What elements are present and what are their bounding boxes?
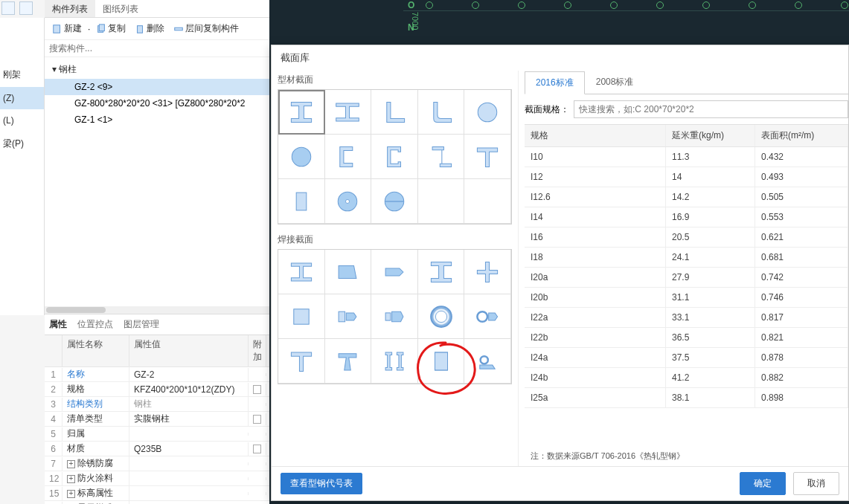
tab-properties[interactable]: 属性 [49,318,67,331]
spec-row[interactable]: I24a37.50.878 [525,348,848,368]
spec-row[interactable]: I22b36.50.821 [525,328,848,348]
spec-search-input[interactable] [574,100,848,118]
left-nav-z[interactable]: (Z) [0,87,44,109]
shape-i-beam[interactable] [278,90,325,135]
shape-z[interactable] [418,135,465,179]
cad-tick [426,1,433,9]
shape-tee[interactable] [464,135,511,179]
shape-hemisphere[interactable] [371,179,418,224]
tab-drawing-list[interactable]: 图纸列表 [95,0,146,17]
spec-row[interactable]: I1824.10.681 [525,248,848,268]
shape-cross[interactable] [464,250,511,294]
shape-ring-taper[interactable] [464,294,511,339]
shape-double-i[interactable] [371,339,418,384]
shape-rect-tube[interactable] [278,179,325,224]
checkbox[interactable] [253,415,261,424]
tab-component-list[interactable]: 构件列表 [45,0,95,17]
component-search-input[interactable] [45,40,269,57]
property-row[interactable]: 4清单类型实腹钢柱 [45,412,269,427]
cad-tick [656,1,664,9]
ok-button[interactable]: 确定 [740,472,786,495]
spec-row[interactable]: I20b31.10.746 [525,288,848,308]
cad-tick [795,1,802,9]
delete-button[interactable]: 删除 [132,21,167,36]
welded-section-grid [278,249,512,384]
shape-angle-round[interactable] [418,90,465,135]
spec-row[interactable]: I12.614.20.505 [525,187,848,207]
tab-standard-2016[interactable]: 2016标准 [525,71,585,94]
property-row[interactable]: 2规格KFZ400*200*10*12(ZDY) [45,382,269,397]
spec-row[interactable]: I1620.50.621 [525,227,848,248]
svg-rect-3 [138,25,143,33]
spec-row[interactable]: I20a27.90.742 [525,268,848,288]
spec-row[interactable]: I25a38.10.898 [525,388,848,408]
property-row[interactable]: 6材质Q235B [45,442,269,456]
spec-row[interactable]: I1416.90.553 [525,207,848,227]
spec-row[interactable]: I22a33.10.817 [525,308,848,328]
app-icon-1[interactable] [1,1,15,15]
checkbox[interactable] [253,385,261,394]
left-nav-l[interactable]: (L) [0,109,44,132]
checkbox[interactable] [253,445,261,453]
tab-position[interactable]: 位置控点 [77,318,113,331]
property-row[interactable]: 18+显示样式 [45,501,269,504]
profile-section-label: 型材截面 [278,71,512,89]
shape-welded-h[interactable] [418,250,465,294]
view-code-table-button[interactable]: 查看型钢代号表 [281,473,362,494]
shape-welded-i[interactable] [278,250,325,294]
shape-box[interactable] [278,294,325,339]
property-row[interactable]: 1名称GZ-2 [45,367,269,382]
property-row[interactable]: 5归属 [45,427,269,442]
new-icon [52,24,63,34]
left-nav-beam[interactable]: 梁(P) [0,132,44,156]
svg-rect-12 [294,308,309,323]
left-nav-frame[interactable]: 刚架 [0,62,44,87]
tree-hscrollbar[interactable] [45,306,269,314]
shape-trapezoid[interactable] [325,250,372,294]
tab-layer-manage[interactable]: 图层管理 [124,318,159,331]
tree-root-steel-column[interactable]: ▾ 钢柱 [45,60,269,79]
shape-h-wide[interactable] [325,90,372,135]
shape-pipe[interactable] [464,90,511,135]
shape-ring[interactable] [418,294,465,339]
property-row[interactable]: 12+防火涂料 [45,471,269,486]
app-icon-2[interactable] [19,1,33,15]
copy-icon [96,24,106,34]
property-row[interactable]: 3结构类别钢柱 [45,397,269,412]
property-row[interactable]: 15+标高属性 [45,486,269,501]
property-row[interactable]: 7+除锈防腐 [45,456,269,471]
shape-tee-taper[interactable] [325,339,372,384]
spec-row[interactable]: I24b41.20.882 [525,368,848,388]
tree-item[interactable]: GZ-1 <1> [45,112,269,128]
spec-row[interactable]: I1011.30.432 [525,147,848,167]
shape-solid-round[interactable] [278,135,325,179]
shape-disk-hole[interactable] [325,179,372,224]
cad-tick [564,1,571,9]
prop-header-val: 属性值 [129,335,249,366]
tree-item[interactable]: GZ-800*280*20*20 <31> [GZ800*280*20*2 [45,95,269,112]
tab-standard-2008[interactable]: 2008标准 [585,71,645,94]
component-tree[interactable]: ▾ 钢柱 GZ-2 <9> GZ-800*280*20*20 <31> [GZ8… [45,57,269,306]
shape-small-ring-cone[interactable] [464,339,511,384]
shape-angle[interactable] [371,90,418,135]
tree-item[interactable]: GZ-2 <9> [45,79,269,95]
shape-welded-tee[interactable] [278,339,325,384]
svg-rect-2 [100,24,105,30]
cancel-button[interactable]: 取消 [793,472,839,495]
svg-rect-13 [339,311,345,322]
svg-point-9 [346,199,350,203]
new-button[interactable]: 新建 [49,21,85,36]
prop-header-name: 属性名称 [63,335,129,366]
spec-col-weight: 延米重(kg/m) [666,125,755,146]
shape-open-box[interactable] [418,339,465,384]
cad-tick [472,1,479,9]
spec-row[interactable]: I12140.493 [525,167,848,187]
cad-tick [610,1,618,9]
copy-button[interactable]: 复制 [93,21,129,36]
shape-channel-left[interactable] [325,135,372,179]
shape-box-taper-left[interactable] [325,294,372,339]
shape-box-taper-right[interactable] [371,294,418,339]
shape-cone-side[interactable] [371,250,418,294]
layer-copy-button[interactable]: 层间复制构件 [170,21,242,36]
shape-channel-c[interactable] [371,135,418,179]
